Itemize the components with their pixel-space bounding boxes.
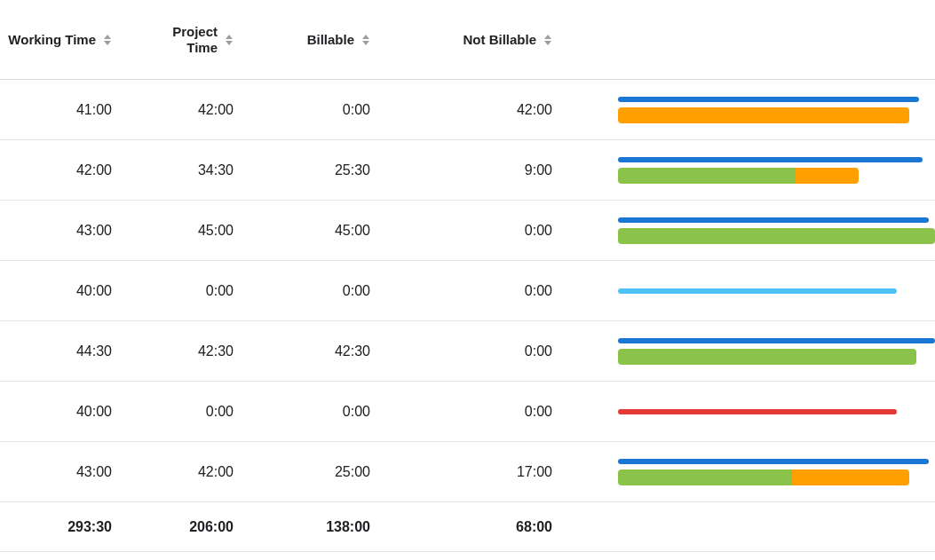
working-time-bar: [618, 338, 935, 343]
cell-notbillable: 0:00: [408, 223, 590, 239]
cell-project: 42:00: [149, 464, 271, 480]
table-row: 41:0042:000:0042:00: [0, 80, 935, 140]
cell-project: 34:30: [149, 162, 271, 178]
cell-working: 42:00: [0, 162, 149, 178]
bar-segment: [618, 349, 916, 365]
column-label: ProjectTime: [172, 24, 218, 56]
cell-bars: [590, 217, 935, 244]
sort-icon: [103, 34, 112, 46]
working-time-bar: [618, 459, 935, 464]
cell-working: 40:00: [0, 283, 149, 299]
sort-icon: [225, 34, 234, 46]
working-time-bar: [618, 409, 935, 414]
table-row: 43:0042:0025:0017:00: [0, 442, 935, 502]
cell-bars: [590, 459, 935, 485]
time-bar-chart: [618, 288, 935, 294]
table-row: 40:000:000:000:00: [0, 261, 935, 321]
bar-segment: [618, 338, 935, 343]
bar-segment: [618, 409, 897, 414]
cell-notbillable: 0:00: [408, 343, 590, 359]
time-bar-chart: [618, 217, 935, 244]
project-time-bar: [618, 168, 935, 184]
sort-icon: [361, 34, 370, 46]
bar-segment: [618, 168, 796, 184]
cell-notbillable: 42:00: [408, 102, 590, 118]
cell-working: 44:30: [0, 343, 149, 359]
cell-bars: [590, 157, 935, 184]
column-header-working-time[interactable]: Working Time: [0, 32, 149, 48]
cell-notbillable: 9:00: [408, 162, 590, 178]
cell-bars: [590, 409, 935, 414]
project-time-bar: [618, 228, 935, 244]
working-time-bar: [618, 97, 935, 102]
bar-segment: [618, 469, 792, 485]
bar-segment: [618, 288, 897, 294]
column-header-billable[interactable]: Billable: [271, 32, 408, 48]
table-row: 40:000:000:000:00: [0, 382, 935, 442]
time-bar-chart: [618, 97, 935, 123]
cell-billable: 25:30: [271, 162, 408, 178]
table-body: 41:0042:000:0042:0042:0034:3025:309:0043…: [0, 80, 935, 502]
cell-notbillable: 17:00: [408, 464, 590, 480]
time-bar-chart: [618, 338, 935, 365]
project-time-bar: [618, 107, 935, 123]
column-header-project-time[interactable]: ProjectTime: [149, 24, 271, 56]
table-row: 43:0045:0045:000:00: [0, 201, 935, 261]
table-row: 42:0034:3025:309:00: [0, 140, 935, 201]
table-total-row: 293:30 206:00 138:00 68:00: [0, 502, 935, 552]
cell-notbillable: 0:00: [408, 283, 590, 299]
sort-icon: [543, 34, 552, 46]
column-label: Working Time: [8, 32, 96, 48]
project-time-bar: [618, 469, 935, 485]
cell-working: 40:00: [0, 404, 149, 420]
working-time-bar: [618, 288, 935, 294]
bar-segment: [618, 217, 929, 223]
cell-project: 45:00: [149, 223, 271, 239]
total-billable: 138:00: [271, 519, 408, 535]
cell-project: 42:30: [149, 343, 271, 359]
cell-project: 0:00: [149, 283, 271, 299]
column-header-not-billable[interactable]: Not Billable: [408, 32, 590, 48]
project-time-bar: [618, 349, 935, 365]
column-label: Billable: [307, 32, 354, 48]
cell-billable: 25:00: [271, 464, 408, 480]
cell-bars: [590, 338, 935, 365]
cell-bars: [590, 288, 935, 294]
bar-segment: [618, 459, 929, 464]
time-table: Working Time ProjectTime Billable Not Bi…: [0, 0, 935, 552]
cell-project: 42:00: [149, 102, 271, 118]
table-header-row: Working Time ProjectTime Billable Not Bi…: [0, 0, 935, 80]
cell-billable: 42:30: [271, 343, 408, 359]
working-time-bar: [618, 217, 935, 223]
working-time-bar: [618, 157, 935, 162]
cell-notbillable: 0:00: [408, 404, 590, 420]
cell-project: 0:00: [149, 404, 271, 420]
cell-billable: 0:00: [271, 283, 408, 299]
table-row: 44:3042:3042:300:00: [0, 321, 935, 382]
time-bar-chart: [618, 409, 935, 414]
total-working-time: 293:30: [0, 519, 149, 535]
column-label: Not Billable: [463, 32, 536, 48]
bar-segment: [792, 469, 909, 485]
cell-working: 43:00: [0, 223, 149, 239]
total-project-time: 206:00: [149, 519, 271, 535]
bar-segment: [796, 168, 859, 184]
cell-working: 43:00: [0, 464, 149, 480]
total-not-billable: 68:00: [408, 519, 590, 535]
bar-segment: [618, 97, 919, 102]
cell-bars: [590, 97, 935, 123]
cell-working: 41:00: [0, 102, 149, 118]
bar-segment: [618, 107, 909, 123]
bar-segment: [618, 157, 923, 162]
bar-segment: [618, 228, 935, 244]
cell-billable: 45:00: [271, 223, 408, 239]
cell-billable: 0:00: [271, 102, 408, 118]
time-bar-chart: [618, 459, 935, 485]
time-bar-chart: [618, 157, 935, 184]
cell-billable: 0:00: [271, 404, 408, 420]
